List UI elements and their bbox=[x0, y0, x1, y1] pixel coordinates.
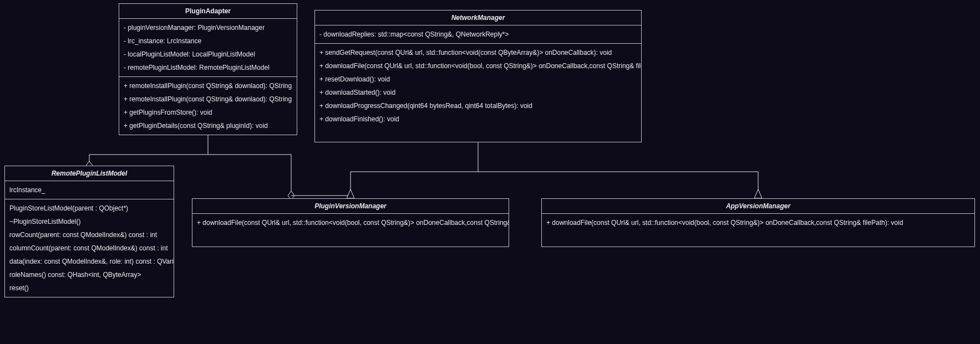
attribute: - downloadReplies: std::map<const QStrin… bbox=[315, 28, 641, 41]
operation: ~PluginStoreListModel() bbox=[5, 215, 174, 228]
operation: + downloadFile(const QUrl& url, std::fun… bbox=[542, 216, 974, 229]
operations-section: PluginStoreListModel(parent : QObject*) … bbox=[5, 199, 174, 297]
attributes-section: - pluginVersionManager: PluginVersionMan… bbox=[119, 19, 297, 77]
class-title: PluginVersionManager bbox=[192, 199, 509, 214]
operation: PluginStoreListModel(parent : QObject*) bbox=[5, 202, 174, 215]
class-plugin-version-manager: PluginVersionManager + downloadFile(cons… bbox=[192, 198, 509, 247]
operation: + downloadProgressChanged(qint64 bytesRe… bbox=[315, 99, 641, 112]
attribute: - localPluginListModel: LocalPluginListM… bbox=[119, 48, 297, 61]
attribute: - pluginVersionManager: PluginVersionMan… bbox=[119, 21, 297, 34]
operation: + downloadFile(const QUrl& url, std::fun… bbox=[192, 216, 509, 229]
operation: + sendGetRequest(const QUrl& url, std::f… bbox=[315, 46, 641, 59]
operations-section: + remoteInstallPlugin(const QString& dow… bbox=[119, 77, 297, 135]
operations-section: + sendGetRequest(const QUrl& url, std::f… bbox=[315, 44, 641, 128]
operation: roleNames() const: QHash<int, QByteArray… bbox=[5, 268, 174, 281]
class-title: PluginAdapter bbox=[119, 4, 297, 19]
operation: columnCount(parent: const QModelIndex&) … bbox=[5, 242, 174, 255]
operation: reset() bbox=[5, 281, 174, 295]
operation: + getPluginDetails(const QString& plugin… bbox=[119, 119, 297, 132]
operation: + downloadFile(const QUrl& url, std::fun… bbox=[315, 59, 641, 73]
attribute: - lrc_instance: LrcInstance bbox=[119, 34, 297, 48]
class-title: NetworkManager bbox=[315, 11, 641, 25]
operation: + downloadStarted(): void bbox=[315, 86, 641, 99]
attribute: lrcInstance_ bbox=[5, 183, 174, 197]
operation: data(index: const QModelIndex&, role: in… bbox=[5, 255, 174, 268]
attribute: - remotePluginListModel: RemotePluginLis… bbox=[119, 61, 297, 74]
class-remote-plugin-list-model: RemotePluginListModel lrcInstance_ Plugi… bbox=[4, 166, 174, 297]
class-title: AppVersionManager bbox=[542, 199, 974, 214]
operations-section: + downloadFile(const QUrl& url, std::fun… bbox=[542, 214, 974, 232]
operation: + remoteInstallPlugin(const QString& dow… bbox=[119, 79, 297, 93]
operations-section: + downloadFile(const QUrl& url, std::fun… bbox=[192, 214, 509, 232]
operation: + getPluginsFromStore(): void bbox=[119, 106, 297, 119]
class-plugin-adapter: PluginAdapter - pluginVersionManager: Pl… bbox=[119, 3, 297, 135]
attributes-section: - downloadReplies: std::map<const QStrin… bbox=[315, 25, 641, 44]
operation: + downloadFinished(): void bbox=[315, 112, 641, 126]
class-title: RemotePluginListModel bbox=[5, 166, 174, 181]
class-app-version-manager: AppVersionManager + downloadFile(const Q… bbox=[541, 198, 975, 247]
operation: + remoteInstallPlugin(const QString& dow… bbox=[119, 93, 297, 106]
operation: + resetDownload(): void bbox=[315, 73, 641, 86]
class-network-manager: NetworkManager - downloadReplies: std::m… bbox=[314, 10, 642, 142]
uml-canvas: 1 PluginAdapter - pluginVersionManager: … bbox=[0, 0, 980, 344]
attributes-section: lrcInstance_ bbox=[5, 181, 174, 199]
operation: rowCount(parent: const QModelIndex&) con… bbox=[5, 228, 174, 242]
